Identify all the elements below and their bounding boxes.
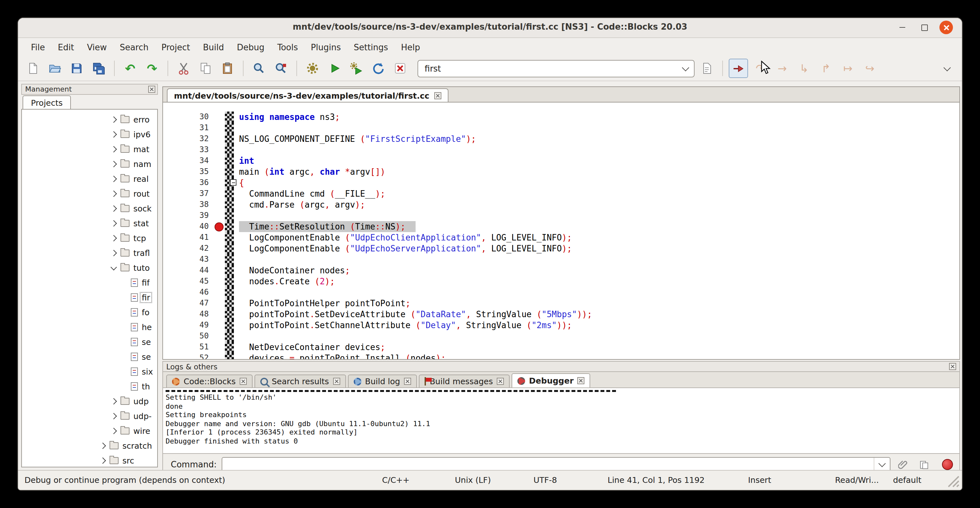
code-line-50[interactable]: 50	[163, 331, 959, 342]
code-line-32[interactable]: 32NS_LOG_COMPONENT_DEFINE ("FirstScriptE…	[163, 134, 959, 144]
code-line-46[interactable]: 46	[163, 287, 959, 298]
code-line-34[interactable]: 34int	[163, 155, 959, 166]
minimize-icon[interactable]	[896, 21, 909, 34]
tree-item-six[interactable]: six	[22, 364, 157, 379]
abort-build-button[interactable]	[390, 59, 410, 78]
rebuild-button[interactable]	[369, 59, 388, 78]
tree-item-trafl[interactable]: trafl	[22, 245, 157, 260]
breakpoint-margin[interactable]	[213, 188, 225, 199]
tree-item-erro[interactable]: erro	[22, 112, 157, 127]
chevron-down-icon[interactable]	[677, 67, 694, 70]
close-panel-icon[interactable]	[148, 86, 155, 93]
find-button[interactable]	[249, 59, 269, 78]
menu-file[interactable]: File	[24, 40, 51, 54]
code-line-33[interactable]: 33	[163, 144, 959, 155]
log-tab-build-log[interactable]: Build log	[348, 374, 417, 387]
breakpoint-margin[interactable]	[213, 309, 225, 320]
code-line-42[interactable]: 42 LogComponentEnable ("UdpEchoServerApp…	[163, 243, 959, 254]
copy-button[interactable]	[196, 59, 215, 78]
tree-item-fo[interactable]: fo	[22, 305, 157, 320]
log-tab-build-messages[interactable]: Build messages	[419, 374, 510, 387]
chevron-down-icon[interactable]	[110, 264, 117, 270]
fold-marker-icon[interactable]	[230, 179, 237, 186]
code-line-49[interactable]: 49 pointToPoint.SetChannelAttribute ("De…	[163, 320, 959, 331]
command-input[interactable]	[222, 460, 874, 469]
code-line-45[interactable]: 45 nodes.Create (2);	[163, 276, 959, 287]
breakpoint-margin[interactable]	[213, 331, 225, 342]
build-button[interactable]	[303, 59, 322, 78]
paste-button[interactable]	[218, 59, 237, 78]
save-all-button[interactable]	[89, 59, 108, 78]
log-tab-search-results[interactable]: Search results	[255, 374, 346, 387]
next-line-icon[interactable]	[773, 59, 792, 78]
menu-tools[interactable]: Tools	[271, 40, 304, 54]
chevron-right-icon[interactable]	[100, 443, 106, 449]
menu-search[interactable]: Search	[113, 40, 155, 54]
code-editor[interactable]: 30using namespace ns3;3132NS_LOG_COMPONE…	[162, 102, 960, 360]
undo-button[interactable]	[121, 59, 140, 78]
chevron-right-icon[interactable]	[110, 205, 117, 212]
breakpoint-margin[interactable]	[213, 144, 225, 155]
chevron-right-icon[interactable]	[110, 398, 117, 404]
tree-item-th[interactable]: th	[22, 379, 157, 394]
breakpoint-margin[interactable]	[213, 298, 225, 309]
stop-icon[interactable]	[942, 459, 953, 470]
breakpoint-margin[interactable]	[213, 243, 225, 254]
build-and-run-button[interactable]	[347, 59, 366, 78]
chevron-right-icon[interactable]	[110, 220, 117, 226]
tree-item-mat[interactable]: mat	[22, 142, 157, 157]
tree-item-fif[interactable]: fif	[22, 275, 157, 290]
code-line-35[interactable]: 35main (int argc, char *argv[])	[163, 166, 959, 177]
chevron-right-icon[interactable]	[110, 176, 117, 182]
code-line-36[interactable]: 36{	[163, 177, 959, 188]
breakpoint-margin[interactable]	[213, 342, 225, 353]
maximize-icon[interactable]	[918, 21, 931, 34]
tree-item-se[interactable]: se	[22, 349, 157, 364]
tree-item-udp[interactable]: udp	[22, 394, 157, 409]
close-tab-icon[interactable]	[240, 378, 247, 385]
tree-item-se[interactable]: se	[22, 334, 157, 349]
code-line-43[interactable]: 43	[163, 254, 959, 265]
code-line-51[interactable]: 51 NetDeviceContainer devices;	[163, 342, 959, 353]
code-line-52[interactable]: 52 devices = pointToPoint.Install (nodes…	[163, 353, 959, 360]
resize-grip[interactable]	[947, 475, 960, 488]
tree-item-scratch[interactable]: scratch	[22, 438, 157, 453]
tree-item-nam[interactable]: nam	[22, 157, 157, 172]
menu-edit[interactable]: Edit	[51, 40, 81, 54]
tree-item-ipv6[interactable]: ipv6	[22, 127, 157, 142]
replace-button[interactable]	[271, 59, 291, 78]
code-line-41[interactable]: 41 LogComponentEnable ("UdpEchoClientApp…	[163, 232, 959, 243]
code-line-30[interactable]: 30using namespace ns3;	[163, 111, 959, 123]
breakpoint-margin[interactable]	[213, 123, 225, 134]
menu-view[interactable]: View	[81, 40, 113, 54]
breakpoint-margin[interactable]	[213, 254, 225, 265]
breakpoint-margin[interactable]	[213, 221, 225, 232]
debug-continue-button[interactable]	[729, 59, 748, 78]
menu-project[interactable]: Project	[155, 40, 197, 54]
close-tab-icon[interactable]	[333, 378, 340, 385]
menu-plugins[interactable]: Plugins	[304, 40, 347, 54]
close-tab-icon[interactable]	[497, 378, 504, 385]
chevron-right-icon[interactable]	[110, 250, 117, 256]
tree-item-rout[interactable]: rout	[22, 186, 157, 201]
tree-item-wire[interactable]: wire	[22, 424, 157, 438]
breakpoint-margin[interactable]	[213, 276, 225, 287]
breakpoint-margin[interactable]	[213, 265, 225, 276]
tree-item-tcp[interactable]: tcp	[22, 231, 157, 245]
code-line-37[interactable]: 37 CommandLine cmd (__FILE__);	[163, 188, 959, 199]
menu-settings[interactable]: Settings	[347, 40, 395, 54]
cut-button[interactable]	[174, 59, 193, 78]
close-tab-icon[interactable]	[434, 92, 442, 99]
close-logs-icon[interactable]	[949, 363, 956, 370]
tree-item-stat[interactable]: stat	[22, 216, 157, 231]
code-line-40[interactable]: 40 Time::SetResolution (Time::NS);	[163, 221, 959, 232]
breakpoint-margin[interactable]	[213, 166, 225, 177]
chevron-right-icon[interactable]	[110, 413, 117, 419]
chevron-right-icon[interactable]	[110, 235, 117, 241]
step-into-instruction-icon[interactable]	[860, 59, 880, 78]
close-tab-icon[interactable]	[578, 377, 585, 384]
tree-item-tuto[interactable]: tuto	[22, 260, 157, 275]
log-tab-debugger[interactable]: Debugger	[512, 373, 590, 387]
breakpoint-margin[interactable]	[213, 353, 225, 360]
chevron-right-icon[interactable]	[110, 146, 117, 153]
